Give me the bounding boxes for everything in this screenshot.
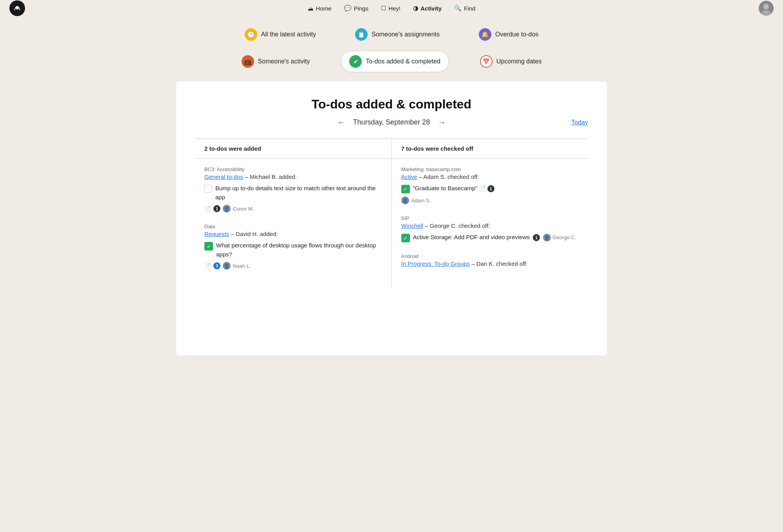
nav-items: ⛰ Home 💬 Pings ☐ Hey! ◑ Activity 🔍 Find [308,5,476,12]
todo-list-link[interactable]: Active [401,173,417,180]
todo-meta: 📄 3 👤 Noah L. [204,262,382,270]
todo-text: What percentage of desktop usage flows t… [216,241,382,259]
current-date: Thursday, September 28 [353,118,430,126]
todo-list-link[interactable]: Winchell [401,222,424,229]
filter-overdue-todos[interactable]: 🔔 Overdue to-dos [471,24,546,45]
comment-count-badge: 1 [213,205,220,212]
user-name: Conor M. [233,206,254,212]
user-avatar-small: 👤 [401,197,409,204]
svg-point-4 [763,4,769,9]
nav-pings[interactable]: 💬 Pings [344,5,369,12]
project-label: Data [204,224,382,229]
main-card: To-dos added & completed ← Thursday, Sep… [176,81,607,355]
filter-row-2: 💼 Someone's activity ✔ To-dos added & co… [234,51,550,72]
todo-item: ✓ "Graduate to Basecamp" 📄 1 [401,184,579,193]
entry-action-text: – Dan K. checked off: [471,260,527,267]
project-label: Marketing: basecamp.com [401,166,579,172]
top-nav: ⛰ Home 💬 Pings ☐ Hey! ◑ Activity 🔍 Find [0,0,783,16]
nav-activity[interactable]: ◑ Activity [413,5,442,12]
filter-latest-activity[interactable]: 🕐 All the latest activity [237,24,324,45]
project-label: BC3: Accessibility [204,166,382,172]
nav-find[interactable]: 🔍 Find [454,5,475,12]
filter-todos-added-completed[interactable]: ✔ To-dos added & completed [341,51,448,72]
todo-meta: 👤 Adam S. [401,197,579,204]
todo-checkbox-unchecked[interactable] [204,185,212,193]
filter-someones-assignments[interactable]: 📋 Someone's assignments [347,24,447,45]
nav-home[interactable]: ⛰ Home [308,5,332,12]
todo-item: ✓ What percentage of desktop usage flows… [204,241,382,259]
checkedoff-todos-column: Marketing: basecamp.com Active – Adam S.… [392,159,588,289]
checkmark-icon: ✔ [349,55,362,68]
added-column-header: 2 to-dos were added [195,139,392,159]
todo-checkbox-checked[interactable]: ✓ [204,242,213,251]
clipboard-icon: 📋 [355,28,368,41]
todo-list-link[interactable]: Requests [204,231,229,237]
hey-icon: ☐ [381,5,386,12]
todo-entry: SIP Winchell – George C. checked off: ✓ … [401,215,579,242]
entry-title-line: General to-dos – Michael B. added: [204,173,382,180]
todo-meta: 📄 1 👤 Conor M. [204,205,382,213]
filter-row-1: 🕐 All the latest activity 📋 Someone's as… [237,24,547,45]
page-title: To-dos added & completed [195,97,588,112]
filter-section: 🕐 All the latest activity 📋 Someone's as… [0,16,783,78]
added-todos-column: BC3: Accessibility General to-dos – Mich… [195,159,392,289]
todo-item: ✓ Active Storage: Add PDF and video prev… [401,233,579,242]
next-day-button[interactable]: → [438,118,446,127]
today-button[interactable]: Today [571,119,588,126]
doc-icon: 📄 [204,206,211,212]
project-label: SIP [401,215,579,221]
todo-text: Active Storage: Add PDF and video previe… [413,233,576,242]
calendar-icon: 📅 [480,55,493,68]
todo-entry: Android In Progress: To-do Groups – Dan … [401,253,579,267]
user-avatar-small: 👤 [223,262,231,270]
doc-icon: 📄 [204,263,211,269]
entry-action-text: – George C. checked off: [425,222,490,229]
clock-icon: 🕐 [245,28,257,41]
todo-entry: BC3: Accessibility General to-dos – Mich… [204,166,382,213]
todo-checkbox-checked[interactable]: ✓ [401,234,410,242]
entry-title-line: Requests – David H. added: [204,231,382,237]
briefcase-icon: 💼 [242,55,254,68]
comment-count-badge: 1 [487,185,494,192]
entry-action-text: – Adam S. checked off: [419,173,479,180]
app-logo[interactable] [9,0,25,16]
user-name: Adam S. [411,198,431,204]
entry-title-line: In Progress: To-do Groups – Dan K. check… [401,260,579,267]
nav-hey[interactable]: ☐ Hey! [381,5,401,12]
todo-text: Bump up to-do details text size to match… [215,184,382,202]
todo-entry: Data Requests – David H. added: ✓ What p… [204,224,382,270]
home-icon: ⛰ [308,5,314,12]
entry-action-text: – Michael B. added: [245,173,297,180]
todos-table: 2 to-dos were added 7 to-dos were checke… [195,139,588,289]
activity-icon: ◑ [413,5,418,12]
comment-count-badge: 1 [533,234,540,241]
comment-count-badge: 3 [213,262,220,269]
filter-someones-activity[interactable]: 💼 Someone's activity [234,51,318,72]
entry-title-line: Winchell – George C. checked off: [401,222,579,229]
todo-list-link[interactable]: General to-dos [204,173,243,180]
checkedoff-column-header: 7 to-dos were checked off [392,139,588,159]
svg-point-1 [15,9,16,10]
pings-icon: 💬 [344,5,352,12]
user-name: George C. [553,234,576,240]
filter-upcoming-dates[interactable]: 📅 Upcoming dates [472,51,550,72]
todo-list-link[interactable]: In Progress: To-do Groups [401,260,470,267]
svg-point-2 [18,9,20,10]
project-label: Android [401,253,579,259]
todo-text: "Graduate to Basecamp" 📄 1 [413,184,494,193]
user-avatar-small: 👤 [543,234,551,242]
todo-item: Bump up to-do details text size to match… [204,184,382,202]
bell-icon: 🔔 [479,28,491,41]
entry-action-text: – David H. added: [231,231,278,237]
date-navigation: ← Thursday, September 28 → Today [195,118,588,127]
avatar[interactable] [759,1,774,16]
entry-title-line: Active – Adam S. checked off: [401,173,579,180]
todo-entry: Marketing: basecamp.com Active – Adam S.… [401,166,579,204]
prev-day-button[interactable]: ← [337,118,345,127]
user-avatar-small: 👤 [223,205,231,213]
find-icon: 🔍 [454,5,462,12]
user-name: Noah L. [233,263,251,269]
todo-checkbox-checked[interactable]: ✓ [401,185,410,193]
